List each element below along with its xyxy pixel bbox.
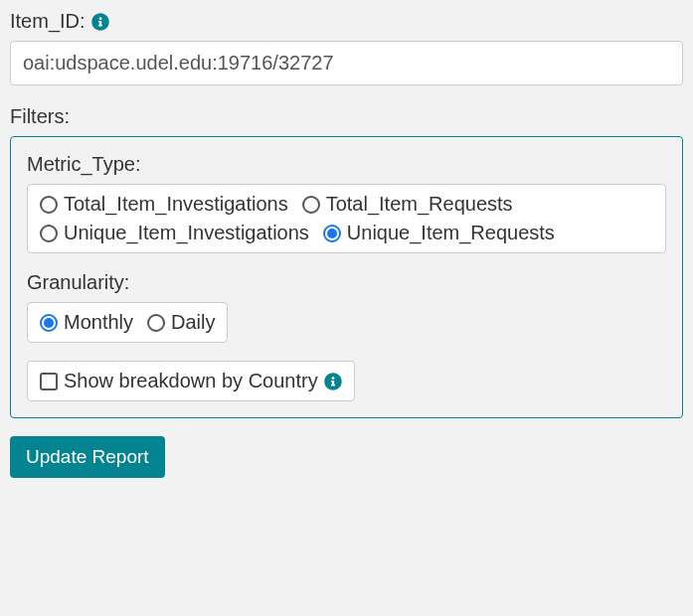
radio-icon (147, 314, 165, 332)
radio-unique-item-investigations[interactable]: Unique_Item_Investigations (40, 222, 309, 244)
radio-unique-item-requests[interactable]: Unique_Item_Requests (323, 222, 555, 244)
radio-label: Monthly (64, 311, 133, 334)
checkbox-label: Show breakdown by Country (64, 370, 318, 392)
update-report-button[interactable]: Update Report (10, 436, 165, 478)
metric-type-label: Metric_Type: (27, 153, 140, 176)
radio-total-item-investigations[interactable]: Total_Item_Investigations (40, 193, 288, 216)
radio-label: Total_Item_Requests (326, 193, 513, 216)
item-id-input[interactable] (10, 41, 683, 85)
radio-label: Total_Item_Investigations (64, 193, 288, 216)
info-icon[interactable] (91, 13, 109, 31)
granularity-group: Monthly Daily (27, 302, 228, 343)
checkbox-icon (40, 373, 58, 390)
radio-total-item-requests[interactable]: Total_Item_Requests (302, 193, 513, 216)
metric-type-group: Total_Item_Investigations Total_Item_Req… (27, 184, 666, 253)
radio-label: Daily (171, 311, 215, 334)
radio-monthly[interactable]: Monthly (40, 311, 133, 334)
info-icon[interactable] (324, 373, 342, 390)
granularity-label: Granularity: (27, 271, 129, 294)
radio-icon (302, 196, 320, 214)
checkbox-show-country[interactable]: Show breakdown by Country (40, 370, 342, 392)
radio-icon (323, 225, 341, 242)
radio-icon (40, 314, 58, 332)
radio-icon (40, 225, 58, 242)
radio-label: Unique_Item_Investigations (64, 222, 309, 244)
filters-label: Filters: (10, 105, 70, 128)
item-id-label: Item_ID: (10, 10, 86, 33)
radio-daily[interactable]: Daily (147, 311, 215, 334)
radio-label: Unique_Item_Requests (347, 222, 555, 244)
filters-panel: Metric_Type: Total_Item_Investigations T… (10, 136, 683, 418)
country-group: Show breakdown by Country (27, 361, 355, 401)
radio-icon (40, 196, 58, 214)
